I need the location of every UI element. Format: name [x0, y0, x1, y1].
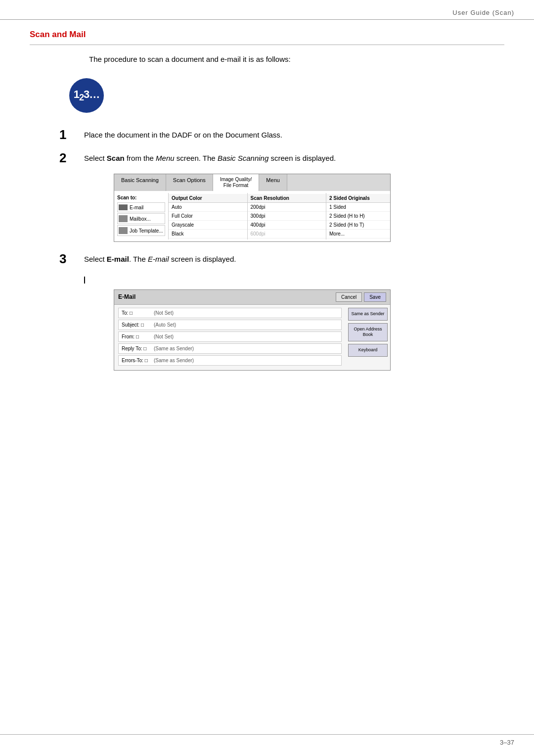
- step-3-number: 3: [59, 252, 84, 266]
- output-color-full-color[interactable]: Full Color: [169, 212, 247, 221]
- resolution-600dpi[interactable]: 600dpi: [248, 230, 326, 238]
- email-replyto-label: Reply To: □: [122, 346, 154, 351]
- email-ui-header: E-Mail Cancel Save: [114, 290, 390, 305]
- step-2-italic2: Basic Scanning: [218, 154, 268, 162]
- step-2-bold: Scan: [107, 154, 125, 162]
- step-3-text: Select E-mail. The E-mail screen is disp…: [84, 252, 236, 265]
- email-errorsto-value: (Same as Sender): [154, 358, 194, 363]
- scan-resolution-col: Scan Resolution 200dpi 300dpi 400dpi 600…: [248, 193, 326, 239]
- scan-to-panel: Scan to: E-mail Mailbox... Job Template.…: [114, 193, 169, 239]
- scan-to-job-template[interactable]: Job Template...: [117, 225, 165, 236]
- output-color-col: Output Color Auto Full Color Grayscale B…: [169, 193, 248, 239]
- keyboard-button[interactable]: Keyboard: [348, 344, 388, 357]
- email-replyto-value: (Same as Sender): [154, 346, 194, 351]
- step-2-text: Select Scan from the Menu screen. The Ba…: [84, 151, 336, 164]
- sided-more[interactable]: More...: [326, 230, 390, 238]
- scanner-ui: Basic Scanning Scan Options Image Qualit…: [114, 174, 391, 242]
- output-color-grayscale[interactable]: Grayscale: [169, 221, 247, 230]
- email-fields: To: □ (Not Set) Subject: □ (Auto Set) Fr…: [114, 305, 346, 370]
- scan-to-email[interactable]: E-mail: [117, 202, 165, 212]
- step-icon: 123…: [69, 78, 104, 113]
- email-to-row: To: □ (Not Set): [118, 308, 342, 318]
- page-container: User Guide (Scan) Scan and Mail The proc…: [0, 0, 534, 756]
- step-3: 3 Select E-mail. The E-mail screen is di…: [59, 252, 504, 266]
- email-errorsto-row: Errors-To: □ (Same as Sender): [118, 355, 342, 366]
- scan-resolution-header: Scan Resolution: [248, 194, 326, 203]
- tab-image-quality[interactable]: Image Quality/File Format: [213, 174, 259, 191]
- step-icon-container: 123…: [69, 78, 504, 113]
- resolution-200dpi[interactable]: 200dpi: [248, 203, 326, 212]
- scan-to-email-label: E-mail: [130, 205, 143, 210]
- scan-to-job-template-label: Job Template...: [130, 228, 163, 234]
- tab-basic-scanning[interactable]: Basic Scanning: [114, 174, 166, 191]
- tab-scan-options[interactable]: Scan Options: [166, 174, 213, 191]
- same-as-sender-button[interactable]: Same as Sender: [348, 308, 388, 321]
- section-divider: [30, 45, 504, 45]
- save-button[interactable]: Save: [364, 292, 386, 302]
- email-from-value: (Not Set): [154, 334, 174, 339]
- scanner-middle: Output Color Auto Full Color Grayscale B…: [169, 193, 326, 239]
- email-subject-value: (Auto Set): [154, 322, 176, 328]
- email-to-value: (Not Set): [154, 310, 174, 316]
- email-replyto-row: Reply To: □ (Same as Sender): [118, 343, 342, 354]
- scan-to-mailbox[interactable]: Mailbox...: [117, 213, 165, 224]
- sided-originals-header: 2 Sided Originals: [326, 194, 390, 203]
- resolution-400dpi[interactable]: 400dpi: [248, 221, 326, 230]
- tab-scan-options-label: Scan Options: [173, 177, 206, 183]
- email-subject-row: Subject: □ (Auto Set): [118, 320, 342, 330]
- cancel-button[interactable]: Cancel: [336, 292, 362, 302]
- tab-image-quality-label: Image Quality/File Format: [220, 177, 252, 188]
- output-color-header: Output Color: [169, 194, 247, 203]
- open-address-book-button[interactable]: Open Address Book: [348, 323, 388, 341]
- email-icon: [119, 204, 128, 210]
- email-ui-body: To: □ (Not Set) Subject: □ (Auto Set) Fr…: [114, 305, 390, 370]
- sided-2-sided-ht[interactable]: 2 Sided (H to T): [326, 221, 390, 230]
- tab-basic-scanning-label: Basic Scanning: [121, 177, 159, 183]
- output-color-auto[interactable]: Auto: [169, 203, 247, 212]
- step-1-number: 1: [59, 128, 84, 142]
- email-to-label: To: □: [122, 310, 154, 316]
- scan-to-mailbox-label: Mailbox...: [130, 216, 151, 222]
- steps-container: 1 Place the document in the DADF or on t…: [59, 128, 504, 371]
- main-content: Scan and Mail The procedure to scan a do…: [0, 20, 534, 390]
- resolution-300dpi[interactable]: 300dpi: [248, 212, 326, 221]
- email-subject-label: Subject: □: [122, 322, 154, 328]
- email-errorsto-label: Errors-To: □: [122, 358, 154, 363]
- intro-text: The procedure to scan a document and e-m…: [89, 55, 504, 63]
- cursor-indicator: [84, 275, 504, 284]
- page-footer: 3–37: [0, 734, 534, 746]
- scan-to-label: Scan to:: [117, 195, 165, 200]
- sided-originals-col: 2 Sided Originals 1 Sided 2 Sided (H to …: [326, 193, 390, 239]
- mailbox-icon: [119, 215, 128, 222]
- section-title: Scan and Mail: [30, 30, 504, 40]
- step-1-text: Place the document in the DADF or on the…: [84, 128, 282, 141]
- output-color-black[interactable]: Black: [169, 230, 247, 238]
- step-3-italic: E-mail: [148, 255, 169, 263]
- step-icon-text: 123…: [74, 88, 100, 103]
- step-3-bold: E-mail: [107, 255, 129, 263]
- step-2-italic1: Menu: [156, 154, 175, 162]
- tab-menu[interactable]: Menu: [259, 174, 287, 191]
- cursor-line: [84, 277, 85, 284]
- email-side-buttons: Same as Sender Open Address Book Keyboar…: [346, 305, 390, 370]
- step-2-number: 2: [59, 151, 84, 165]
- page-header: User Guide (Scan): [0, 0, 534, 20]
- scanner-tabs: Basic Scanning Scan Options Image Qualit…: [114, 174, 390, 191]
- email-ui: E-Mail Cancel Save To: □ (Not Set) Subje…: [114, 289, 391, 371]
- email-ui-buttons: Cancel Save: [336, 292, 386, 302]
- tab-menu-label: Menu: [266, 177, 280, 183]
- email-from-row: From: □ (Not Set): [118, 331, 342, 342]
- page-number: 3–37: [500, 739, 514, 746]
- sided-1-sided[interactable]: 1 Sided: [326, 203, 390, 212]
- sided-2-sided-hh[interactable]: 2 Sided (H to H): [326, 212, 390, 221]
- header-title: User Guide (Scan): [452, 9, 514, 16]
- scanner-body: Scan to: E-mail Mailbox... Job Template.…: [114, 191, 390, 241]
- job-template-icon: [119, 227, 128, 234]
- step-1: 1 Place the document in the DADF or on t…: [59, 128, 504, 142]
- step-2: 2 Select Scan from the Menu screen. The …: [59, 151, 504, 165]
- email-ui-title: E-Mail: [118, 293, 135, 300]
- email-from-label: From: □: [122, 334, 154, 339]
